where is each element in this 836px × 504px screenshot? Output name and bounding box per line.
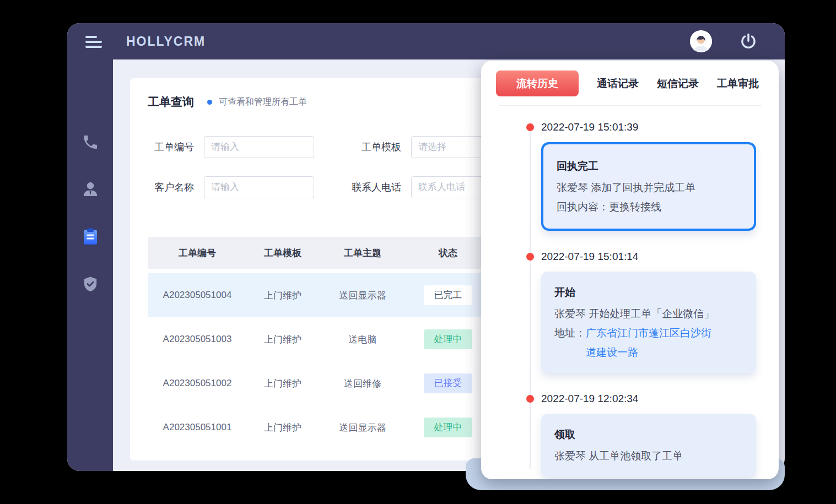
timeline-entry: 2022-07-19 15:01:39 回执完工 张爱琴 添加了回执并完成工单 …	[496, 120, 779, 231]
order-id-cell: A202305051003	[148, 334, 247, 345]
subject-cell: 送回维修	[319, 377, 407, 390]
template-cell: 上门维护	[247, 333, 319, 346]
timeline-card-start[interactable]: 开始 张爱琴 开始处理工单「企业微信」 地址： 广东省江门市蓬江区白沙街道建设一…	[541, 272, 756, 373]
customer-name-input[interactable]	[204, 176, 314, 198]
order-id-input[interactable]	[204, 136, 314, 158]
column-header-status: 状态	[407, 247, 489, 259]
card-title: 领取	[554, 425, 743, 444]
subject-cell: 送回显示器	[319, 421, 407, 434]
filter-label-customer: 客户名称	[148, 181, 194, 194]
tabs-divider	[499, 105, 762, 106]
sidebar-item-calls[interactable]	[80, 132, 100, 152]
order-id-cell: A202305051004	[148, 290, 247, 301]
power-icon[interactable]	[740, 32, 757, 50]
header-actions	[690, 30, 757, 52]
timeline-dot-icon	[526, 123, 534, 131]
card-title: 开始	[554, 283, 743, 302]
status-badge: 处理中	[424, 329, 472, 349]
column-header-order-id: 工单编号	[148, 247, 247, 259]
timeline-time: 2022-07-19 12:02:34	[541, 391, 779, 407]
card-line: 回执内容：更换转接线	[557, 197, 741, 216]
order-id-cell: A202305051001	[148, 422, 247, 433]
tab-sms-records[interactable]: 短信记录	[657, 77, 699, 91]
timeline-entry: 2022-07-19 15:01:14 开始 张爱琴 开始处理工单「企业微信」 …	[496, 249, 779, 373]
panel-tabs: 流转历史 通话记录 短信记录 工单审批	[496, 71, 779, 96]
tab-workorder-approval[interactable]: 工单审批	[717, 77, 759, 91]
card-line: 张爱琴 从工单池领取了工单	[554, 446, 743, 465]
detail-panel: 流转历史 通话记录 短信记录 工单审批 2022-07-19 15:01:39 …	[481, 61, 779, 479]
tab-call-records[interactable]: 通话记录	[597, 77, 639, 91]
card-title: 回执完工	[557, 156, 741, 176]
timeline-entry: 2022-07-19 12:02:34 领取 张爱琴 从工单池领取了工单	[496, 391, 779, 476]
address-link[interactable]: 广东省江门市蓬江区白沙街道建设一路	[586, 323, 719, 362]
filter-label-order-id: 工单编号	[148, 140, 194, 154]
page-subtitle: 可查看和管理所有工单	[219, 96, 307, 108]
timeline-time: 2022-07-19 15:01:14	[541, 249, 779, 264]
app-header: HOLLYCRM	[67, 23, 785, 59]
template-cell: 上门维护	[247, 421, 319, 434]
column-header-subject: 工单主题	[319, 247, 407, 259]
timeline-card-claimed[interactable]: 领取 张爱琴 从工单池领取了工单	[541, 414, 756, 476]
card-line: 张爱琴 开始处理工单「企业微信」	[554, 304, 743, 323]
phone-icon	[82, 133, 99, 151]
timeline-dot-icon	[526, 395, 534, 403]
menu-icon[interactable]	[85, 35, 103, 48]
address-label: 地址：	[554, 323, 586, 362]
transfer-history-timeline: 2022-07-19 15:01:39 回执完工 张爱琴 添加了回执并完成工单 …	[496, 120, 779, 476]
avatar[interactable]	[690, 30, 712, 52]
sidebar-item-security[interactable]	[80, 274, 100, 294]
filter-label-template: 工单模板	[339, 140, 401, 154]
status-badge: 已完工	[424, 285, 472, 305]
sidebar	[67, 59, 113, 471]
order-id-cell: A202305051002	[148, 378, 247, 389]
user-icon	[81, 180, 100, 199]
brand-title: HOLLYCRM	[126, 34, 206, 49]
sidebar-item-customers[interactable]	[80, 180, 100, 199]
subject-cell: 送回显示器	[319, 289, 407, 302]
clipboard-icon	[80, 227, 100, 247]
column-header-template: 工单模板	[247, 247, 319, 259]
timeline-dot-icon	[526, 253, 534, 261]
card-line: 张爱琴 添加了回执并完成工单	[557, 178, 741, 197]
template-cell: 上门维护	[247, 377, 319, 390]
status-badge: 处理中	[424, 418, 472, 437]
subject-cell: 送电脑	[319, 333, 407, 346]
status-badge: 已接受	[424, 373, 472, 393]
filter-label-phone: 联系人电话	[339, 181, 401, 194]
sidebar-item-workorders[interactable]	[80, 227, 100, 247]
timeline-card-completed[interactable]: 回执完工 张爱琴 添加了回执并完成工单 回执内容：更换转接线	[541, 142, 756, 231]
timeline-time: 2022-07-19 15:01:39	[541, 120, 779, 135]
template-cell: 上门维护	[247, 289, 319, 302]
shield-check-icon	[82, 275, 99, 293]
subtitle-dot-icon	[207, 100, 212, 105]
tab-transfer-history[interactable]: 流转历史	[496, 71, 579, 96]
page-title: 工单查询	[148, 94, 194, 110]
